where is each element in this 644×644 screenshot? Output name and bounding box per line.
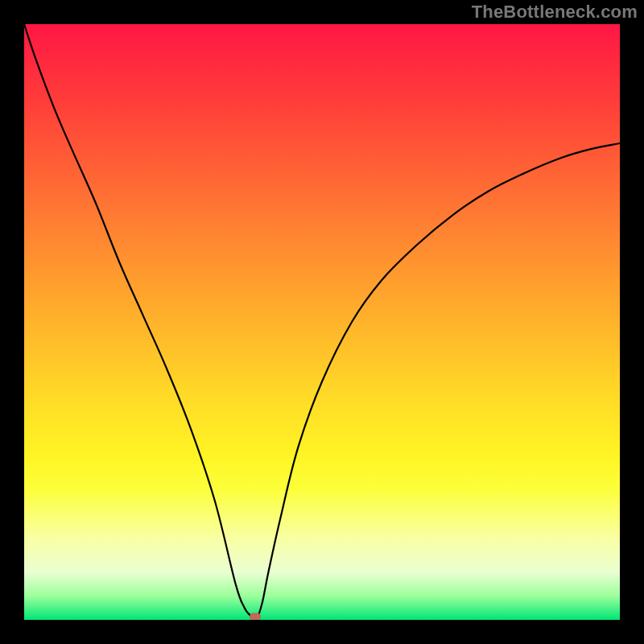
chart-frame: TheBottleneck.com: [0, 0, 644, 644]
bottleneck-curve: [24, 24, 620, 620]
curve-layer: [24, 24, 620, 620]
plot-area: [24, 24, 620, 620]
watermark-text: TheBottleneck.com: [472, 2, 638, 23]
optimum-marker: [250, 613, 261, 620]
